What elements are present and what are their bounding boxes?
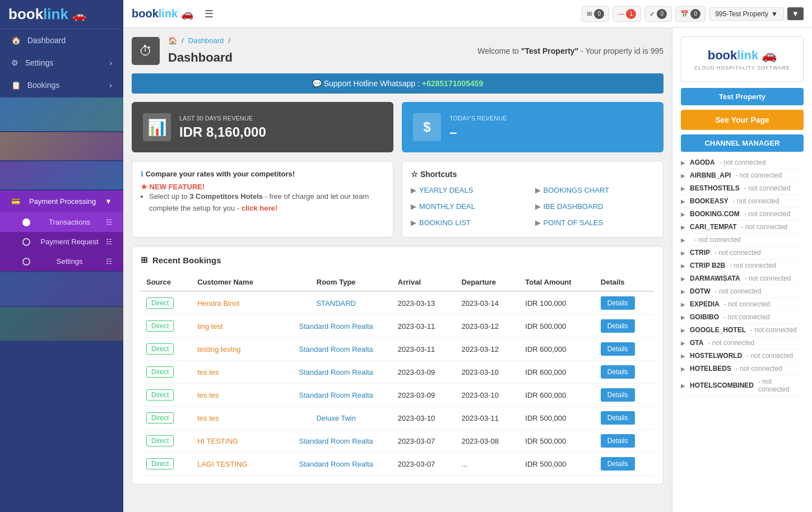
channel-item[interactable]: ▶AGODA - not connected [681, 156, 804, 169]
channel-item[interactable]: ▶CTRIP B2B - not connected [681, 259, 804, 272]
customer-name[interactable]: testing testng [197, 345, 240, 353]
channel-item[interactable]: ▶BOOKEASY - not connected [681, 195, 804, 208]
sidebar-logo: booklink 🚗 [8, 6, 115, 23]
breadcrumb-dashboard[interactable]: Dashboard [188, 36, 224, 45]
section-title-text: Recent Bookings [152, 255, 221, 265]
channel-item[interactable]: ▶CARI_TEMPAT - not connected [681, 221, 804, 234]
cell-amount: IDR 500,000 [519, 407, 595, 430]
col-arrival: Arrival [392, 273, 456, 291]
room-type[interactable]: Standard Room Realta [299, 391, 373, 399]
channel-item[interactable]: ▶DOTW - not connected [681, 285, 804, 298]
shortcut-ibe-dashboard[interactable]: ▶ IBE DASHBOARD [535, 201, 655, 212]
minus-count: 1 [626, 9, 636, 19]
customer-name[interactable]: tes tes [197, 391, 219, 399]
cell-amount: IDR 500,000 [519, 315, 595, 338]
sidebar-item-transactions[interactable]: Transactions ☷ [0, 212, 123, 232]
cell-customer: tes tes [192, 361, 280, 384]
sidebar-item-payment-settings[interactable]: Settings ☷ [0, 252, 123, 271]
channel-arrow: ▶ [681, 237, 685, 243]
channel-item[interactable]: ▶GOIBIBO - not connected [681, 311, 804, 324]
hamburger-button[interactable]: ☰ [205, 8, 214, 20]
logo-text: booklink 🚗 [8, 6, 86, 23]
shortcut-booking-list[interactable]: ▶ BOOKING LIST [411, 217, 531, 229]
details-button[interactable]: Details [601, 365, 635, 379]
sidebar: booklink 🚗 🏠 Dashboard ⚙ Settings › 📋 Bo… [0, 0, 123, 512]
car-icon: 🚗 [181, 8, 193, 20]
minus-badge[interactable]: — 1 [613, 6, 641, 22]
customer-name[interactable]: LAGI TESTING [197, 460, 247, 468]
room-type[interactable]: Deluxe Twin [316, 414, 356, 422]
customer-name[interactable]: tes tes [197, 368, 219, 376]
booklink-logo-text: booklink 🚗 [687, 48, 797, 63]
channel-item[interactable]: ▶HOSTELWORLD - not connected [681, 350, 804, 362]
blurred-section-4 [0, 272, 123, 306]
calendar-badge[interactable]: 📅 0 [675, 6, 706, 22]
customer-name[interactable]: ting test [197, 322, 223, 331]
brand-text: booklink [132, 7, 178, 20]
room-type[interactable]: Standard Room Realta [299, 437, 373, 445]
sidebar-item-settings[interactable]: ⚙ Settings › [0, 52, 123, 74]
right-sidebar: booklink 🚗 CLOUD HOSPITALITY SOFTWARE Te… [672, 28, 812, 512]
sidebar-item-payment-request[interactable]: Payment Request ☷ [0, 232, 123, 252]
details-button[interactable]: Details [601, 457, 635, 471]
sidebar-item-bookings[interactable]: 📋 Bookings › [0, 74, 123, 96]
channel-item[interactable]: ▶DARMAWISATA - not connected [681, 272, 804, 285]
shortcut-yearly-deals[interactable]: ▶ YEARLY DEALS [411, 184, 531, 196]
channel-item[interactable]: ▶BESTHOSTELS - not connected [681, 182, 804, 195]
room-type[interactable]: Standard Room Realta [299, 460, 373, 468]
channel-name: HOTELSCOMBINED [690, 381, 754, 389]
channel-item[interactable]: ▶ - not connected [681, 234, 804, 246]
main-scroll: ⏱ 🏠 / Dashboard / Dashboard Welcome to "… [123, 28, 812, 512]
channel-item[interactable]: ▶AIRBNB_API - not connected [681, 169, 804, 182]
shortcut-bookings-chart[interactable]: ▶ BOOKINGS CHART [535, 184, 655, 196]
customer-name[interactable]: tes tes [197, 414, 219, 422]
cell-arrival: 2023-03-07 [392, 453, 456, 476]
shortcut-point-of-sales[interactable]: ▶ POINT OF SALES [535, 217, 655, 229]
blurred-section-2 [0, 132, 123, 160]
compare-title: Compare your rates with your competitors… [146, 170, 295, 178]
customer-name[interactable]: Hendra Binol [197, 299, 239, 308]
bookings-table: Source Customer Name Room Type Arrival D… [141, 273, 655, 476]
room-type[interactable]: Standard Room Realta [299, 345, 373, 353]
room-type[interactable]: Standard Room Realta [299, 368, 373, 376]
channel-item[interactable]: ▶GTA - not connected [681, 337, 804, 350]
source-badge: Direct [146, 366, 174, 378]
cell-departure: 2023-03-14 [456, 291, 520, 315]
sidebar-item-dashboard[interactable]: 🏠 Dashboard [0, 29, 123, 52]
payment-processing-header[interactable]: 💳 Payment Processing ▼ [0, 190, 123, 212]
see-your-page-button[interactable]: See Your Page [681, 110, 804, 130]
details-button[interactable]: Details [601, 411, 635, 425]
property-selector[interactable]: 995-Test Property ▼ [709, 7, 784, 21]
details-button[interactable]: Details [601, 296, 635, 310]
details-button[interactable]: Details [601, 388, 635, 402]
cell-customer: Hendra Binol [192, 291, 280, 315]
channel-item[interactable]: ▶HOTELSCOMBINED - not connected [681, 375, 804, 396]
channel-item[interactable]: ▶EXPEDIA - not connected [681, 298, 804, 311]
recent-bookings-section: ⊞ Recent Bookings Source Customer Name R… [132, 246, 663, 485]
dropdown-button[interactable]: ▼ [787, 7, 804, 20]
sidebar-item-label: 🏠 Dashboard [11, 36, 66, 45]
property-name: 995-Test Property [715, 10, 768, 18]
click-here-link[interactable]: click here! [242, 204, 277, 212]
room-type[interactable]: Standard Room Realta [299, 322, 373, 331]
channel-item[interactable]: ▶BOOKING.COM - not connected [681, 208, 804, 221]
mail-badge[interactable]: ✉ 0 [582, 6, 609, 22]
channel-item[interactable]: ▶GOOGLE_HOTEL - not connected [681, 324, 804, 337]
details-button[interactable]: Details [601, 434, 635, 448]
cell-details: Details [595, 384, 655, 407]
details-button[interactable]: Details [601, 319, 635, 333]
check-badge[interactable]: ✓ 0 [644, 6, 672, 22]
shortcut-monthly-deal[interactable]: ▶ MONTHLY DEAL [411, 201, 531, 212]
room-type[interactable]: STANDARD [316, 299, 356, 308]
cell-customer: ting test [192, 315, 280, 338]
channel-item[interactable]: ▶CTRIP - not connected [681, 246, 804, 259]
details-button[interactable]: Details [601, 342, 635, 356]
section-title: ⊞ Recent Bookings [141, 255, 655, 265]
support-phone[interactable]: +6285171005459 [422, 79, 483, 88]
today-label: TODAY'S REVENUE [449, 115, 507, 122]
settings-icon: ⚙ [11, 58, 18, 67]
channel-item[interactable]: ▶HOTELBEDS - not connected [681, 362, 804, 375]
customer-name[interactable]: HI TESTING [197, 437, 238, 445]
cell-departure: ... [456, 453, 520, 476]
last30-value: IDR 8,160,000 [179, 124, 266, 140]
